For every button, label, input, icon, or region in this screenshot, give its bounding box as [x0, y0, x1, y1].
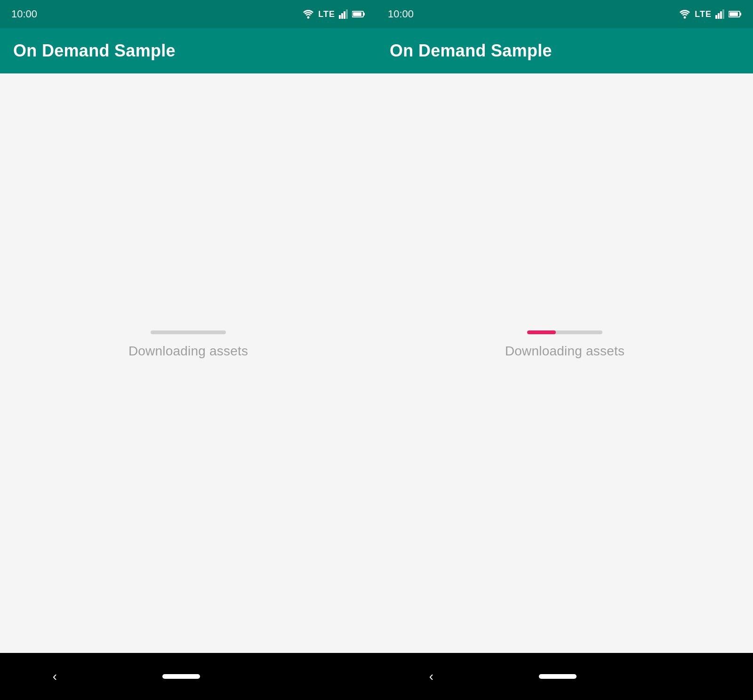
signal-icon-right: [715, 9, 725, 19]
app-bar-left: On Demand Sample: [0, 28, 376, 73]
loading-container-right: Downloading assets: [505, 330, 625, 359]
svg-rect-2: [341, 13, 343, 19]
home-button-right[interactable]: [539, 674, 577, 679]
loading-container-left: Downloading assets: [128, 330, 248, 359]
signal-icon-left: [339, 9, 348, 19]
back-arrow-icon-left: ‹: [53, 669, 57, 684]
status-icons-left: LTE: [302, 9, 365, 19]
home-pill-left: [162, 674, 200, 679]
svg-rect-7: [353, 12, 361, 16]
svg-rect-6: [363, 13, 365, 16]
svg-rect-12: [722, 9, 724, 19]
battery-icon-left: [352, 10, 365, 18]
progress-track-right: [527, 330, 602, 334]
app-title-right: On Demand Sample: [390, 41, 552, 61]
svg-rect-15: [729, 12, 738, 16]
phone-screen-right: 10:00 LTE: [376, 0, 753, 700]
nav-bar-left: ‹: [0, 653, 376, 700]
app-title-left: On Demand Sample: [13, 41, 176, 61]
status-bar-right: 10:00 LTE: [376, 0, 753, 28]
svg-point-0: [307, 16, 310, 19]
back-button-left[interactable]: ‹: [53, 669, 57, 684]
svg-rect-9: [715, 15, 717, 19]
battery-icon-right: [729, 10, 742, 18]
home-button-left[interactable]: [162, 674, 200, 679]
svg-point-8: [684, 16, 686, 19]
svg-rect-14: [740, 13, 741, 16]
app-bar-right: On Demand Sample: [376, 28, 753, 73]
main-content-right: Downloading assets: [376, 73, 753, 653]
progress-track-left: [151, 330, 226, 334]
wifi-icon-left: [302, 9, 314, 19]
downloading-text-right: Downloading assets: [505, 344, 625, 359]
status-bar-left: 10:00 LTE: [0, 0, 376, 28]
lte-icon-right: LTE: [695, 9, 712, 19]
lte-icon-left: LTE: [318, 9, 335, 19]
phone-screen-left: 10:00 LTE: [0, 0, 376, 700]
progress-fill-right: [527, 330, 556, 334]
back-arrow-icon-right: ‹: [429, 669, 433, 684]
svg-rect-10: [718, 13, 720, 19]
status-time-left: 10:00: [11, 8, 37, 20]
downloading-text-left: Downloading assets: [128, 344, 248, 359]
svg-rect-4: [346, 9, 348, 19]
wifi-icon-right: [679, 9, 691, 19]
status-time-right: 10:00: [388, 8, 414, 20]
home-pill-right: [539, 674, 577, 679]
back-button-right[interactable]: ‹: [429, 669, 433, 684]
svg-rect-3: [344, 11, 345, 19]
svg-rect-11: [720, 11, 722, 19]
status-icons-right: LTE: [679, 9, 742, 19]
nav-bar-right: ‹: [376, 653, 753, 700]
main-content-left: Downloading assets: [0, 73, 376, 653]
svg-rect-1: [339, 15, 341, 19]
